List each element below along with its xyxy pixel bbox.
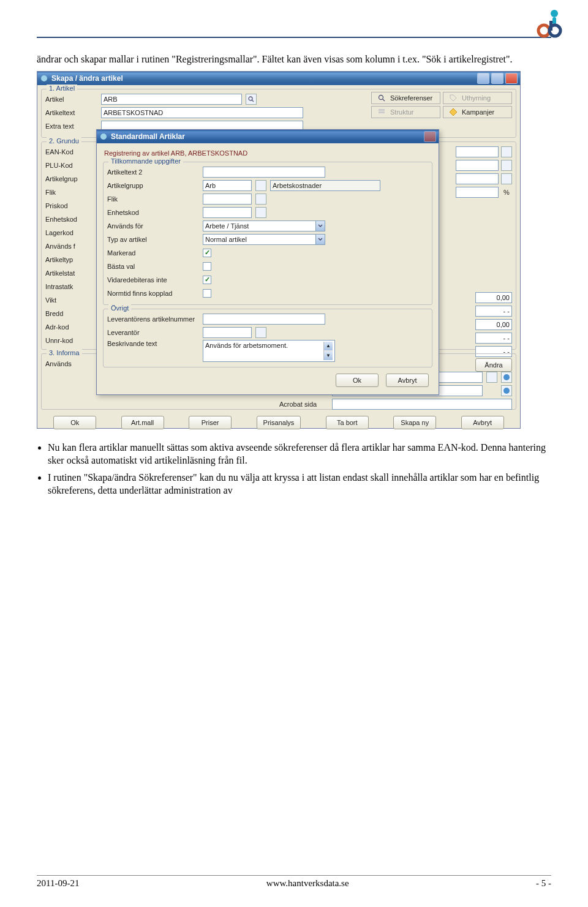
footer-date: 2011-09-21 (37, 878, 79, 889)
chk-normtid[interactable] (203, 289, 211, 298)
rt-val: 0,00 (475, 319, 512, 330)
input-lev[interactable] (203, 327, 252, 338)
lookup-icon[interactable] (255, 194, 266, 205)
modal-group-title: Tillkommande uppgifter (108, 157, 183, 165)
chk-vidare[interactable] (203, 276, 211, 284)
input-levart[interactable] (203, 314, 325, 325)
lbl-basta: Bästa val (107, 263, 199, 270)
label-extratext: Extra text (45, 122, 97, 130)
input-enh[interactable] (203, 207, 252, 218)
chevron-down-icon[interactable] (315, 234, 325, 245)
group-title: 1. Artikel (47, 85, 77, 92)
input-artikeltext[interactable]: ARBETSKOSTNAD (101, 107, 303, 118)
scrollbar[interactable]: ▲ ▼ (323, 342, 333, 360)
lbl-acro: Acrobat sida (279, 401, 328, 408)
lbl-anvands3: Används (45, 360, 97, 367)
btn-artmall[interactable]: Art.mall (121, 416, 164, 429)
lbl-enh: Enhetskod (45, 216, 97, 223)
input-artikel[interactable]: ARB (101, 94, 242, 105)
rt-val: 0,00 (475, 292, 512, 303)
scroll-up-icon[interactable]: ▲ (324, 342, 333, 350)
logo (533, 7, 564, 38)
combo-anv[interactable]: Arbete / Tjänst (203, 220, 315, 231)
input-acro[interactable] (332, 399, 512, 410)
lbl-ean: EAN-Kod (45, 148, 97, 156)
footer-page: - 5 - (536, 878, 551, 889)
svg-rect-1 (552, 17, 556, 24)
close-icon[interactable] (505, 73, 518, 84)
globe-icon[interactable] (501, 385, 512, 396)
chevron-down-icon[interactable] (315, 220, 325, 231)
btn-kampanjer[interactable]: Kampanjer (443, 106, 512, 118)
svg-rect-4 (549, 21, 552, 31)
minimize-icon[interactable] (477, 73, 489, 84)
lbl-anv: Används för (107, 222, 199, 230)
modal-btn-ok[interactable]: Ok (336, 374, 379, 387)
lookup-icon[interactable] (255, 207, 266, 218)
globe-icon[interactable] (501, 372, 512, 383)
modal-group-ovrigt: Övrigt (108, 304, 131, 312)
textarea-besk[interactable]: Används för arbetsmoment. ▲ ▼ (203, 340, 335, 362)
rt-in[interactable] (456, 173, 499, 184)
lookup-icon[interactable] (255, 180, 266, 191)
btn-ok[interactable]: Ok (53, 416, 96, 429)
svg-point-2 (538, 25, 549, 36)
lbl-vikt: Vikt (45, 296, 97, 304)
lbl-plu: PLU-Kod (45, 162, 97, 169)
btn-sokreferenser[interactable]: Sökreferenser (371, 92, 440, 104)
screenshot-window: Skapa / ändra artikel 1. Artikel Artikel… (37, 71, 521, 429)
lbl-unnr: Unnr-kod (45, 337, 97, 344)
rt-in[interactable] (456, 160, 499, 171)
modal-titlebar[interactable]: Standardmall Artiklar (97, 130, 439, 143)
btn-priser[interactable]: Priser (189, 416, 232, 429)
rt-val: - - (475, 306, 512, 317)
page-footer: 2011-09-21 www.hantverksdata.se - 5 - (37, 875, 551, 889)
btn-struktur[interactable]: Struktur (371, 106, 440, 118)
footer-site: www.hantverksdata.se (266, 878, 349, 889)
lbl-intra: Intrastatk (45, 283, 97, 290)
modal-btn-avbryt[interactable]: Avbryt (386, 374, 429, 387)
btn-avbryt[interactable]: Avbryt (461, 416, 504, 429)
chk-basta[interactable] (203, 262, 211, 271)
rt-in[interactable] (456, 146, 499, 157)
lookup-icon[interactable] (255, 327, 266, 338)
input-at2[interactable] (203, 167, 325, 178)
svg-rect-11 (379, 111, 385, 113)
svg-point-8 (379, 95, 383, 99)
lbl-mark: Markerad (107, 249, 199, 257)
lbl-priskod: Priskod (45, 202, 97, 209)
bullet-item: Nu kan flera artiklar manuellt sättas so… (48, 441, 551, 467)
lbl-lev: Leverantör (107, 329, 199, 336)
lbl-enh: Enhetskod (107, 209, 199, 216)
window-title: Skapa / ändra artikel (51, 74, 123, 83)
lookup-icon[interactable] (501, 173, 512, 184)
maximize-icon[interactable] (491, 73, 503, 84)
chk-markerad[interactable] (203, 249, 211, 257)
btn-skapany[interactable]: Skapa ny (393, 416, 436, 429)
label-artikel: Artikel (45, 96, 97, 103)
lbl-lager: Lagerkod (45, 229, 97, 236)
rt-in[interactable] (456, 187, 499, 198)
svg-point-5 (41, 75, 47, 81)
lbl-vidare: Vidaredebiteras inte (107, 276, 199, 284)
lookup-icon[interactable] (246, 94, 257, 105)
btn-prisanalys[interactable]: Prisanalys (257, 416, 301, 429)
combo-typ[interactable]: Normal artikel (203, 234, 315, 245)
lookup-icon[interactable] (501, 146, 512, 157)
scroll-down-icon[interactable]: ▼ (324, 352, 333, 360)
lbl-typ: Typ av artikel (107, 236, 199, 243)
lbl-flik: Flik (107, 195, 199, 203)
lookup-icon[interactable] (501, 160, 512, 171)
btn-uthyrning[interactable]: Uthyrning (443, 92, 512, 104)
input-ag[interactable]: Arb (203, 180, 252, 191)
btn-sokref-label: Sökreferenser (390, 94, 432, 102)
close-icon[interactable] (424, 131, 436, 142)
lbl-adr: Adr-kod (45, 323, 97, 331)
group-ovrigt: Övrigt Leverantörens artikelnummer Lever… (103, 309, 432, 367)
lbl-ag: Artikelgrupp (107, 182, 199, 189)
lookup-icon[interactable] (486, 372, 497, 383)
input-flik[interactable] (203, 194, 252, 205)
svg-point-12 (503, 374, 510, 380)
btn-tabort[interactable]: Ta bort (326, 416, 369, 429)
window-titlebar[interactable]: Skapa / ändra artikel (37, 72, 520, 85)
